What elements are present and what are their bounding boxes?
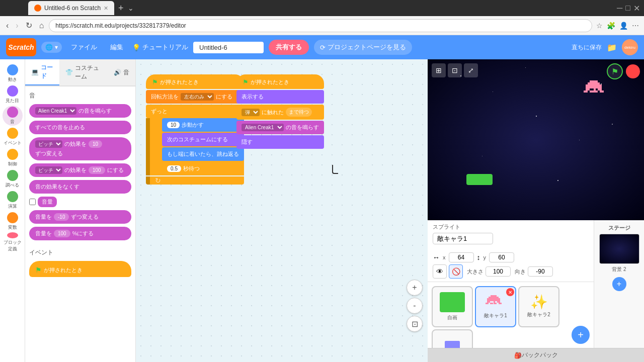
sprite-name-input[interactable] (433, 233, 493, 244)
move-steps-input[interactable] (167, 122, 180, 128)
category-events[interactable]: イベント (3, 127, 23, 147)
category-looks[interactable]: 見た目 (3, 84, 23, 105)
size-label: 大きさ (467, 268, 484, 276)
rotation-select[interactable]: 左右のみ (181, 93, 214, 101)
wait-input[interactable] (167, 165, 181, 172)
direction-input[interactable] (528, 266, 553, 277)
category-motion[interactable]: 動き (3, 63, 23, 83)
maximize-icon[interactable]: □ (625, 4, 630, 13)
category-myblocks[interactable]: ブロック定義 (3, 232, 23, 252)
sprite-thumb-enemy2[interactable]: ✨ 敵キャラ2 (518, 286, 559, 327)
bookmark-icon[interactable]: ☆ (595, 21, 604, 31)
sprite-thumb-enemy1[interactable]: ✕ (475, 286, 516, 327)
forever-block[interactable]: ずっと (146, 105, 244, 118)
extensions-icon[interactable]: 🧩 (606, 21, 616, 31)
wait-select[interactable]: 弾 (242, 109, 260, 116)
show-block[interactable]: 表示する (236, 90, 324, 104)
wait-until-block[interactable]: 弾 に触れた まで待つ (236, 105, 324, 120)
tab-sound[interactable]: 🔊 音 (108, 59, 135, 85)
forward-button[interactable]: › (14, 20, 20, 31)
file-menu[interactable]: ファイル (67, 41, 101, 54)
project-page-button[interactable]: ⟳ プロジェクトページを見る (314, 40, 412, 55)
stop-button[interactable] (626, 64, 640, 78)
edit-menu[interactable]: 編集 (106, 41, 127, 54)
project-name-input[interactable] (193, 42, 264, 53)
minimize-icon[interactable]: ─ (617, 4, 622, 13)
bounce-block[interactable]: もし端に着いたら、跳ね返る (162, 147, 244, 161)
hide-block[interactable]: 隠す (236, 135, 324, 149)
fullscreen-btn[interactable]: ⤢ (464, 63, 478, 77)
stage-thumbnail[interactable] (599, 234, 639, 264)
add-sprite-button[interactable]: + (572, 326, 590, 344)
rotation-block[interactable]: 回転方法を 左右のみ にする (146, 90, 244, 104)
tab-costume[interactable]: 👕 コスチューム (59, 59, 108, 85)
block-set-volume[interactable]: 音量を 100 %にする (29, 227, 131, 240)
block-flag-event[interactable]: ⚑ が押されたとき (29, 261, 131, 277)
tab-overflow-btn[interactable]: ⌄ (128, 4, 134, 12)
sprite-delete-btn[interactable]: ✕ (506, 288, 514, 296)
code-area[interactable]: ⚑ が押されたとき 回転方法を 左右のみ にする ずっと 歩動 (136, 59, 428, 362)
save-button[interactable]: 直ちに保存 (572, 43, 602, 52)
folder-icon[interactable]: 📁 (607, 43, 617, 52)
tutorial-btn[interactable]: 💡 チュートリアル (132, 43, 188, 52)
tab-close-btn[interactable]: ✕ (104, 5, 108, 12)
block-clear-effects[interactable]: 音の効果をなくす (29, 180, 131, 194)
enemy1-label: 敵キャラ1 (484, 312, 507, 319)
large-stage-btn[interactable]: ⊡ (448, 63, 462, 77)
home-button[interactable]: ⌂ (37, 20, 46, 31)
new-tab-button[interactable]: + (116, 3, 126, 14)
small-stage-btn[interactable]: ⊞ (432, 63, 446, 77)
effect-select-1[interactable]: ピッチ (35, 140, 62, 148)
block-change-volume[interactable]: 音量を -10 ずつ変える (29, 210, 131, 224)
block-stop-all-sounds[interactable]: すべての音を止める (29, 121, 131, 134)
move-block[interactable]: 歩動かす (162, 118, 244, 132)
stage-canvas (428, 59, 644, 220)
zoom-out-button[interactable]: - (407, 298, 423, 314)
size-group: 大きさ (467, 266, 511, 277)
settings-icon[interactable]: ⋯ (631, 21, 640, 31)
sprite-thumb-bullet[interactable]: 弾 (432, 329, 473, 348)
back-button[interactable]: ‹ (4, 20, 11, 31)
green-flag-button[interactable]: ⚑ (607, 63, 623, 79)
y-input[interactable] (489, 252, 514, 262)
hide-sprite-btn[interactable]: 🚫 (449, 264, 463, 279)
zoom-fit-button[interactable]: ⊡ (407, 316, 423, 332)
block-volume-badge[interactable]: 音量 (38, 197, 57, 207)
category-sound[interactable]: 音 (3, 106, 23, 126)
browser-tab[interactable]: Untitled-6 on Scratch ✕ (28, 1, 114, 15)
size-input[interactable] (486, 266, 511, 277)
wait-block[interactable]: 秒待つ (162, 162, 244, 175)
svg-rect-17 (497, 298, 500, 300)
category-variables[interactable]: 変数 (3, 211, 23, 231)
block-set-pitch[interactable]: ピッチ の効果を 100 にする (29, 163, 131, 177)
category-sensing[interactable]: 調べる (3, 169, 23, 189)
url-bar[interactable]: https://scratch.mit.edu/projects/3328173… (49, 19, 592, 32)
hat-block-2[interactable]: ⚑ が押されたとき (236, 74, 324, 89)
sprite-thumb-jiman[interactable]: 自画 (432, 286, 473, 327)
profile-icon[interactable]: 👤 (618, 21, 629, 31)
x-input[interactable] (449, 252, 474, 262)
effect-select-2[interactable]: ピッチ (35, 166, 62, 174)
sound-select-2[interactable]: Alien Creak1 (242, 124, 284, 131)
close-icon[interactable]: ✕ (633, 4, 640, 13)
x-label: x (443, 254, 446, 260)
tab-code[interactable]: 💻 コード (25, 59, 59, 85)
share-button[interactable]: 共有する (269, 40, 309, 55)
zoom-in-button[interactable]: + (407, 280, 423, 296)
globe-menu[interactable]: 🌐 ▾ (41, 42, 62, 53)
add-backdrop-button[interactable]: + (612, 277, 626, 291)
flag-icon-2: ⚑ (243, 78, 249, 86)
category-operators[interactable]: 演算 (3, 190, 23, 210)
volume-checkbox[interactable] (29, 199, 36, 205)
show-sprite-btn[interactable]: 👁 (433, 264, 447, 279)
hat-block-1[interactable]: ⚑ が押されたとき (146, 74, 244, 89)
category-control[interactable]: 制御 (3, 148, 23, 168)
block-play-sound[interactable]: Alien Creak1 の音を鳴らす (29, 104, 131, 118)
play-sound-block-2[interactable]: Alien Creak1 の音を鳴らす (236, 121, 324, 134)
user-avatar[interactable]: dekiru (622, 39, 638, 55)
next-costume-block[interactable]: 次のコスチュームにする (162, 133, 244, 146)
backpack-bar[interactable]: 🎒 バックパック (428, 348, 644, 362)
sound-select-1[interactable]: Alien Creak1 (35, 107, 76, 115)
block-change-pitch[interactable]: ピッチ の効果を 10 ずつ変える (29, 137, 131, 160)
reload-button[interactable]: ↻ (24, 20, 34, 31)
